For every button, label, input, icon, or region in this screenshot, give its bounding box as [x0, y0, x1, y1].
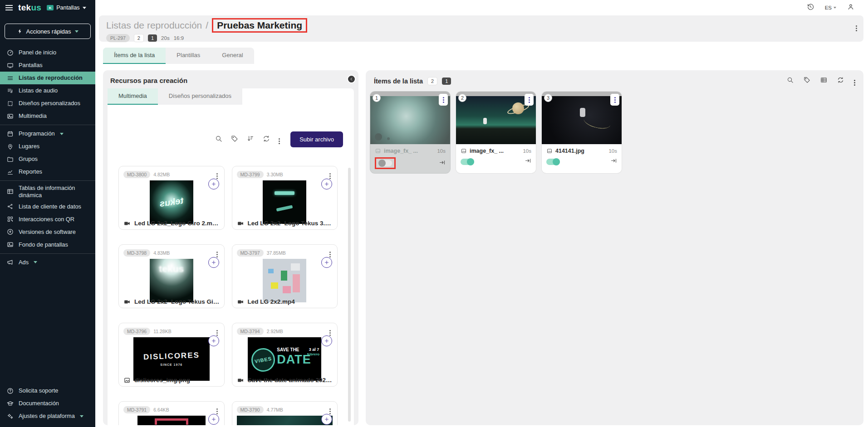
media-size: 2.92MB — [267, 329, 283, 334]
item-name: image_fx_ ... — [384, 148, 434, 154]
topbar: ES — [95, 0, 868, 15]
playlist-item-card[interactable]: 1 image_fx_ ... 10s — [370, 92, 450, 173]
kebab-icon[interactable] — [328, 326, 333, 336]
add-to-list-button[interactable] — [208, 414, 219, 425]
kebab-icon[interactable] — [215, 170, 220, 180]
sidebar-item-pantallas[interactable]: Pantallas — [0, 59, 95, 72]
sidebar-item-interacciones-qr[interactable]: Interacciones con QR — [0, 213, 95, 226]
refresh-icon[interactable] — [837, 77, 844, 85]
sidebar-item-fondo-pantallas[interactable]: Fondo de pantallas — [0, 238, 95, 251]
drag-handle[interactable] — [370, 92, 450, 96]
thumbnail-image — [456, 96, 536, 144]
kebab-icon[interactable] — [328, 405, 333, 415]
add-to-list-button[interactable] — [321, 414, 332, 425]
tab-disenos-personalizados[interactable]: Diseños personalizados — [158, 88, 242, 105]
enable-toggle[interactable] — [378, 160, 392, 166]
scrollbar[interactable] — [348, 168, 351, 422]
drag-handle[interactable] — [542, 92, 622, 96]
enable-toggle[interactable] — [461, 159, 474, 165]
kebab-icon[interactable] — [215, 326, 220, 336]
add-to-list-button[interactable] — [208, 179, 219, 189]
sidebar-item-lugares[interactable]: Lugares — [0, 140, 95, 153]
sidebar-item-programacion[interactable]: Programación — [0, 127, 95, 140]
sidebar-item-ads[interactable]: Ads — [0, 256, 95, 269]
thumbnail-image: tekus — [150, 259, 193, 302]
hamburger-menu-icon[interactable] — [5, 5, 13, 10]
search-icon[interactable] — [787, 77, 794, 85]
gears-icon — [6, 412, 14, 420]
kebab-icon[interactable] — [328, 170, 333, 180]
search-icon[interactable] — [215, 135, 222, 144]
media-size: 4.82MB — [153, 172, 170, 177]
tab-items-de-la-lista[interactable]: Ítems de la lista — [103, 48, 166, 64]
drag-handle[interactable] — [456, 92, 536, 96]
screens-selector[interactable]: K Pantallas — [47, 5, 86, 11]
item-name: image_fx_ ... — [470, 148, 520, 154]
brand-row: tekus K Pantallas — [0, 0, 95, 15]
sidebar-item-listas-de-audio[interactable]: Listas de audio — [0, 84, 95, 97]
kebab-icon[interactable] — [215, 405, 220, 415]
thumbnail-image — [542, 96, 622, 144]
upload-file-button[interactable]: Subir archivo — [290, 131, 343, 147]
sort-icon[interactable] — [247, 135, 254, 144]
enable-toggle[interactable] — [546, 159, 560, 165]
tab-plantillas[interactable]: Plantillas — [166, 48, 211, 64]
tab-multimedia[interactable]: Multimedia — [108, 88, 158, 105]
main-area: ES Listas de reproducción / Pruebas Mark… — [95, 0, 868, 427]
skip-to-item-icon[interactable] — [525, 157, 531, 166]
bolt-icon — [17, 28, 23, 34]
add-to-list-button[interactable] — [208, 257, 219, 268]
sidebar-item-reportes[interactable]: Reportes — [0, 165, 95, 178]
add-to-list-button[interactable] — [208, 335, 219, 346]
media-card[interactable]: MD-379611.28KB DISLICORESSINCE 1976 disl… — [118, 323, 225, 387]
language-selector[interactable]: ES — [825, 5, 836, 10]
table-icon — [6, 188, 14, 195]
thumbnail-image: TecnologíatekusInnova — [237, 416, 333, 425]
skip-to-item-icon[interactable] — [610, 157, 617, 166]
history-icon[interactable] — [807, 3, 814, 12]
kebab-icon[interactable] — [439, 94, 448, 106]
sidebar-item-versiones-software[interactable]: Versiones de software — [0, 226, 95, 238]
kebab-icon[interactable] — [279, 136, 280, 144]
sidebar-item-documentacion[interactable]: Documentación — [0, 397, 95, 410]
media-card[interactable]: MD-37993.30MB Led LG 2x2- Logo Tekus 3.m… — [232, 166, 338, 230]
media-card[interactable]: MD-37904.77MB TecnologíatekusInnova — [232, 401, 338, 425]
add-to-list-button[interactable] — [321, 335, 332, 346]
media-card[interactable]: MD-37916.64KB tekus — [118, 401, 225, 425]
kebab-icon[interactable] — [215, 248, 220, 258]
playlist-item-card[interactable]: 3 414141.jpg 10s — [542, 92, 622, 173]
sidebar-item-ajustes-plataforma[interactable]: Ajustes de plataforma — [0, 410, 95, 422]
add-to-list-button[interactable] — [321, 179, 332, 189]
playlist-item-card[interactable]: 2 image_fx_ ... 10s — [456, 92, 536, 173]
media-card[interactable]: MD-379737.85MB Led LG 2x2.mp4 — [232, 244, 338, 308]
quick-actions-button[interactable]: Acciones rápidas — [5, 24, 91, 39]
media-card[interactable]: MD-38004.82MB tekus Led LG 2x2_Logo Giro… — [118, 166, 225, 230]
tab-general[interactable]: General — [211, 48, 254, 64]
sidebar-item-solicita-soporte[interactable]: Solicita soporte — [0, 384, 95, 397]
sidebar-item-panel-de-inicio[interactable]: Panel de inicio — [0, 46, 95, 59]
refresh-icon[interactable] — [263, 135, 270, 144]
kebab-icon[interactable] — [525, 94, 534, 106]
sidebar-item-disenos-personalizados[interactable]: Diseños personalizados — [0, 97, 95, 110]
kebab-icon[interactable] — [854, 77, 855, 85]
kebab-icon[interactable] — [328, 248, 333, 258]
sidebar-item-tablas-informacion-dinamica[interactable]: Tablas de información dinámica — [0, 183, 95, 200]
tag-icon[interactable] — [804, 77, 810, 85]
tag-icon[interactable] — [231, 135, 238, 144]
breadcrumb-parent[interactable]: Listas de reproducción — [106, 20, 202, 31]
sidebar-item-lista-cliente-datos[interactable]: Lista de cliente de datos — [0, 200, 95, 213]
table-view-icon[interactable] — [820, 77, 827, 85]
image-file-icon — [123, 377, 131, 383]
sidebar-item-listas-de-reproduccion[interactable]: Listas de reproducción — [0, 72, 95, 84]
collapse-panel-button[interactable] — [347, 75, 356, 83]
add-to-list-button[interactable] — [321, 257, 332, 268]
media-card[interactable]: MD-37942.92MB VIBESSAVE THEDATE3 al 7feb… — [232, 323, 338, 387]
media-card[interactable]: MD-37984.83MB tekus Led LG 2x2- Logo Tek… — [118, 244, 225, 308]
sidebar-item-grupos[interactable]: Grupos — [0, 153, 95, 165]
total-items-badge: 2 — [427, 77, 437, 85]
header-kebab-icon[interactable] — [856, 23, 857, 31]
skip-to-item-icon[interactable] — [439, 159, 446, 168]
sidebar-item-multimedia[interactable]: Multimedia — [0, 110, 95, 122]
kebab-icon[interactable] — [610, 94, 619, 106]
user-icon[interactable] — [847, 3, 854, 12]
